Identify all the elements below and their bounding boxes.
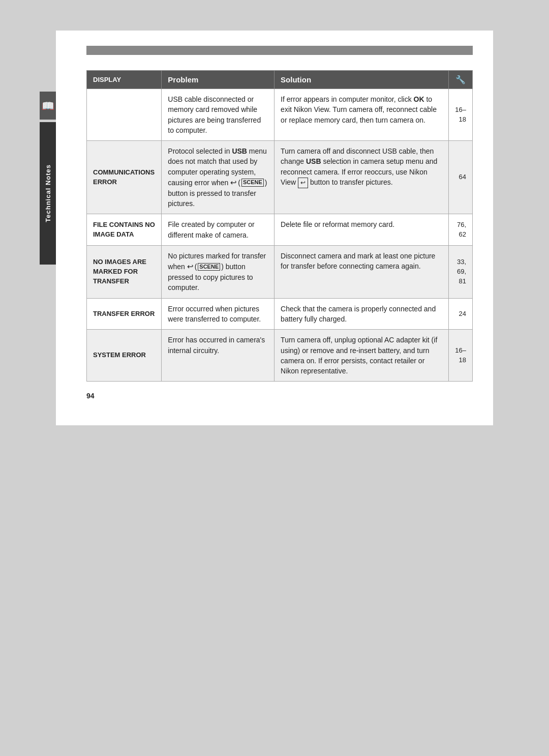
solution-cell: Delete file or reformat memory card. <box>274 214 449 246</box>
side-icon-tab: 📖 <box>40 92 56 120</box>
book-icon: 📖 <box>42 100 54 112</box>
side-tab-label: Technical Notes <box>44 164 52 222</box>
transfer-error-label: TRANSFER ERROR <box>93 310 155 317</box>
communications-error-label: COMMUNICATIONS ERROR <box>93 168 155 186</box>
table-row: FILE CONTAINS NO IMAGE DATA File created… <box>87 214 473 246</box>
table-row: COMMUNICATIONS ERROR Protocol selected i… <box>87 141 473 214</box>
display-cell: SYSTEM ERROR <box>87 330 162 382</box>
scene-wave-symbol-2: ↩ <box>187 261 194 272</box>
problem-cell: USB cable disconnected or memory card re… <box>162 89 274 141</box>
no-images-label: NO IMAGES ARE MARKED FOR TRANSFER <box>93 258 146 285</box>
page-cell: 33,69,81 <box>448 246 472 299</box>
solution-cell: Turn camera off, unplug optional AC adap… <box>274 330 449 382</box>
display-cell: TRANSFER ERROR <box>87 298 162 330</box>
problem-cell: File created by computer or different ma… <box>162 214 274 246</box>
nikon-view-btn: ↩ <box>298 178 308 188</box>
solution-cell: Check that the camera is properly connec… <box>274 298 449 330</box>
system-error-label: SYSTEM ERROR <box>93 351 146 359</box>
error-table: Display Problem Solution 🔧 USB cable dis… <box>86 70 473 382</box>
header-icon: 🔧 <box>448 71 472 89</box>
problem-cell: Error occurred when pictures were transf… <box>162 298 274 330</box>
scene-label-2: SCENE <box>198 263 220 271</box>
problem-cell: Error has occurred in camera's internal … <box>162 330 274 382</box>
page-cell: 16–18 <box>448 89 472 141</box>
solution-cell: Disconnect camera and mark at least one … <box>274 246 449 299</box>
table-row: TRANSFER ERROR Error occurred when pictu… <box>87 298 473 330</box>
scene-wave-symbol: ↩ <box>230 177 237 188</box>
scene-button-inline: ↩ (SCENE) <box>230 177 267 188</box>
solution-cell: Turn camera off and disconnect USB cable… <box>274 141 449 214</box>
scene-label: SCENE <box>241 179 264 186</box>
page: 📖 Technical Notes Display Problem Soluti… <box>56 31 493 425</box>
page-cell: 64 <box>448 141 472 214</box>
display-cell: NO IMAGES ARE MARKED FOR TRANSFER <box>87 246 162 299</box>
header-display: Display <box>87 71 162 89</box>
page-number: 94 <box>86 392 473 400</box>
page-cell: 24 <box>448 298 472 330</box>
display-cell <box>87 89 162 141</box>
problem-cell: No pictures marked for transfer when ↩ (… <box>162 246 274 299</box>
wrench-icon: 🔧 <box>455 75 466 84</box>
display-cell: FILE CONTAINS NO IMAGE DATA <box>87 214 162 246</box>
table-row: NO IMAGES ARE MARKED FOR TRANSFER No pic… <box>87 246 473 299</box>
page-cell: 76,62 <box>448 214 472 246</box>
page-cell: 16–18 <box>448 330 472 382</box>
problem-cell: Protocol selected in USB menu does not m… <box>162 141 274 214</box>
display-cell: COMMUNICATIONS ERROR <box>87 141 162 214</box>
top-bar <box>86 46 473 55</box>
table-row: SYSTEM ERROR Error has occurred in camer… <box>87 330 473 382</box>
side-tab: Technical Notes <box>40 122 56 265</box>
solution-cell: If error appears in computer monitor, cl… <box>274 89 449 141</box>
header-solution: Solution <box>274 71 449 89</box>
table-row: USB cable disconnected or memory card re… <box>87 89 473 141</box>
scene-button-inline-2: ↩ (SCENE) <box>187 261 224 272</box>
header-problem: Problem <box>162 71 274 89</box>
file-no-image-label: FILE CONTAINS NO IMAGE DATA <box>93 221 155 238</box>
